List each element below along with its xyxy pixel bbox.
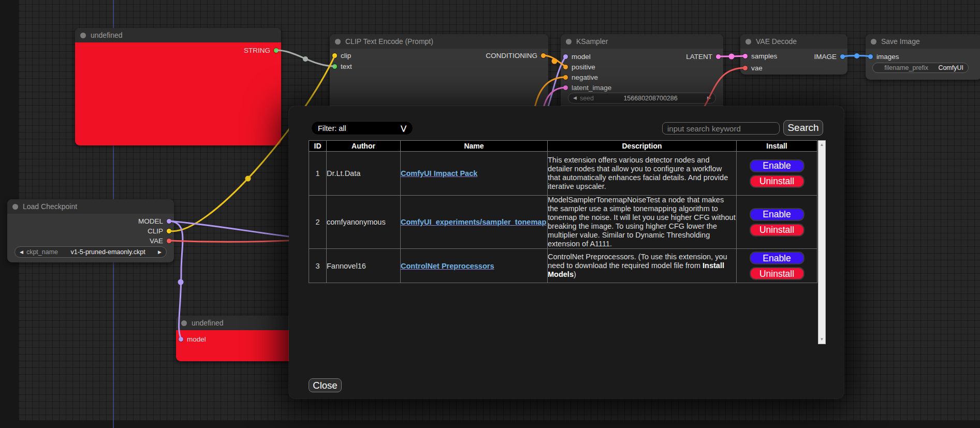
- node-titlebar[interactable]: undefined: [176, 316, 294, 330]
- node-collapse-dot[interactable]: [566, 39, 572, 45]
- input-slot-model[interactable]: model: [563, 52, 591, 61]
- node-collapse-dot[interactable]: [871, 39, 876, 45]
- filter-label: Filter: all: [318, 124, 346, 132]
- cell-install: EnableUninstall: [737, 196, 817, 249]
- images-input-dot[interactable]: [868, 54, 873, 59]
- node-collapse-dot[interactable]: [181, 320, 187, 326]
- slot-label: model: [187, 335, 206, 343]
- output-slot-conditioning[interactable]: CONDITIONING: [486, 51, 546, 60]
- cell-install: EnableUninstall: [737, 152, 817, 196]
- cell-description: This extension offers various detector n…: [548, 152, 737, 196]
- vae-input-dot[interactable]: [743, 66, 748, 70]
- positive-input-dot[interactable]: [563, 65, 568, 69]
- node-titlebar[interactable]: KSampler: [561, 34, 723, 49]
- extension-manager-dialog: Filter: all ⋁ Search IDAuthorNameDescrip…: [289, 106, 844, 399]
- enable-button[interactable]: Enable: [750, 208, 805, 221]
- node-collapse-dot[interactable]: [80, 33, 86, 38]
- output-slot-latent[interactable]: LATENT: [686, 52, 721, 61]
- extension-link[interactable]: ControlNet Preprocessors: [401, 262, 494, 270]
- cell-description: ModelSamplerTonemapNoiseTest a node that…: [548, 196, 737, 249]
- node-titlebar[interactable]: CLIP Text Encode (Prompt): [330, 34, 548, 49]
- node-titlebar[interactable]: VAE Decode: [740, 34, 847, 49]
- node-titlebar[interactable]: undefined: [75, 28, 281, 42]
- output-slot-image[interactable]: IMAGE: [814, 52, 845, 61]
- column-header-install: Install: [737, 141, 817, 152]
- node-undefined[interactable]: undefinedmodel: [176, 316, 294, 361]
- node-title: CLIP Text Encode (Prompt): [345, 37, 433, 46]
- string-output-dot[interactable]: [274, 48, 279, 53]
- node-collapse-dot[interactable]: [745, 39, 751, 45]
- node-collapse-dot[interactable]: [335, 39, 341, 45]
- node-undefined[interactable]: undefinedSTRING: [75, 28, 281, 145]
- search-button[interactable]: Search: [783, 120, 823, 136]
- table-row: 3Fannovel16ControlNet PreprocessorsContr…: [309, 249, 817, 283]
- arrow-left-icon[interactable]: ◀: [573, 96, 577, 100]
- model-input-dot[interactable]: [563, 54, 568, 59]
- samples-input-dot[interactable]: [743, 54, 748, 58]
- enable-button[interactable]: Enable: [750, 252, 805, 264]
- column-header-author: Author: [327, 141, 401, 152]
- node-ksampler[interactable]: KSamplermodelpositivenegativelatent_imag…: [561, 34, 723, 112]
- vae-output-dot[interactable]: [167, 239, 171, 243]
- close-button[interactable]: Close: [309, 378, 342, 392]
- table-scrollbar[interactable]: ▲ ▼: [818, 140, 826, 344]
- arrow-right-icon[interactable]: ▶: [158, 250, 162, 255]
- input-slot-vae[interactable]: vae: [743, 63, 763, 72]
- input-slot-positive[interactable]: positive: [563, 62, 595, 71]
- search-input[interactable]: [662, 122, 780, 135]
- cell-id: 3: [309, 249, 327, 283]
- filter-select[interactable]: Filter: all ⋁: [311, 121, 413, 135]
- cell-name: ControlNet Preprocessors: [401, 249, 548, 283]
- input-slot-clip[interactable]: clip: [332, 51, 351, 60]
- cell-name: ComfyUI_experiments/sampler_tonemap: [401, 196, 548, 249]
- node-clip-text-encode-prompt[interactable]: CLIP Text Encode (Prompt)cliptextCONDITI…: [330, 34, 548, 112]
- clip-output-dot[interactable]: [167, 229, 171, 233]
- widget-ckpt-name[interactable]: ◀ckpt_namev1-5-pruned-emaonly.ckpt▶: [14, 246, 167, 258]
- arrow-left-icon[interactable]: ◀: [20, 250, 23, 255]
- output-slot-model[interactable]: MODEL: [138, 216, 171, 226]
- input-slot-text[interactable]: text: [332, 62, 352, 71]
- enable-button[interactable]: Enable: [750, 159, 805, 172]
- input-slot-samples[interactable]: samples: [743, 51, 777, 61]
- widget-seed[interactable]: ◀seed156680208700286▶: [568, 93, 716, 104]
- slot-label: CLIP: [148, 227, 163, 235]
- output-slot-clip[interactable]: CLIP: [148, 226, 171, 235]
- output-slot-string[interactable]: STRING: [244, 46, 279, 55]
- model-input-dot[interactable]: [179, 337, 183, 342]
- node-title: undefined: [91, 31, 123, 39]
- slot-label: CONDITIONING: [486, 52, 537, 60]
- extension-link[interactable]: ComfyUI Impact Pack: [401, 169, 477, 178]
- input-slot-negative[interactable]: negative: [563, 72, 598, 82]
- arrow-right-icon[interactable]: ▶: [707, 96, 711, 100]
- node-save-image[interactable]: Save Imageimagesfilename_prefixComfyUI: [866, 34, 980, 80]
- conditioning-output-dot[interactable]: [541, 53, 546, 58]
- uninstall-button[interactable]: Uninstall: [750, 224, 805, 237]
- widget-value: v1-5-pruned-emaonly.ckpt: [61, 248, 155, 256]
- latent-output-dot[interactable]: [716, 54, 721, 59]
- model-output-dot[interactable]: [167, 219, 171, 224]
- node-vae-decode[interactable]: VAE DecodesamplesvaeIMAGE: [740, 34, 847, 75]
- table-header-row: IDAuthorNameDescriptionInstall: [309, 141, 817, 152]
- negative-input-dot[interactable]: [563, 75, 568, 80]
- image-output-dot[interactable]: [840, 54, 845, 59]
- node-load-checkpoint[interactable]: Load CheckpointMODELCLIPVAE◀ckpt_namev1-…: [7, 199, 174, 262]
- node-collapse-dot[interactable]: [12, 204, 18, 210]
- scroll-down-icon[interactable]: ▼: [818, 337, 825, 342]
- input-slot-latent-image[interactable]: latent_image: [563, 83, 611, 92]
- slot-label: STRING: [244, 47, 270, 54]
- node-titlebar[interactable]: Save Image: [866, 34, 980, 49]
- input-slot-model[interactable]: model: [179, 334, 206, 344]
- uninstall-button[interactable]: Uninstall: [750, 175, 805, 188]
- scroll-up-icon[interactable]: ▲: [818, 142, 825, 147]
- widget-filename-prefix[interactable]: filename_prefixComfyUI: [872, 63, 969, 73]
- uninstall-button[interactable]: Uninstall: [750, 267, 805, 280]
- node-title: Load Checkpoint: [23, 202, 77, 211]
- slot-label: model: [572, 53, 591, 61]
- latent-image-input-dot[interactable]: [563, 85, 568, 90]
- clip-input-dot[interactable]: [332, 53, 337, 58]
- text-input-dot[interactable]: [332, 64, 337, 69]
- node-titlebar[interactable]: Load Checkpoint: [7, 199, 174, 214]
- input-slot-images[interactable]: images: [868, 52, 899, 61]
- extension-link[interactable]: ComfyUI_experiments/sampler_tonemap: [401, 218, 546, 226]
- output-slot-vae[interactable]: VAE: [150, 236, 171, 245]
